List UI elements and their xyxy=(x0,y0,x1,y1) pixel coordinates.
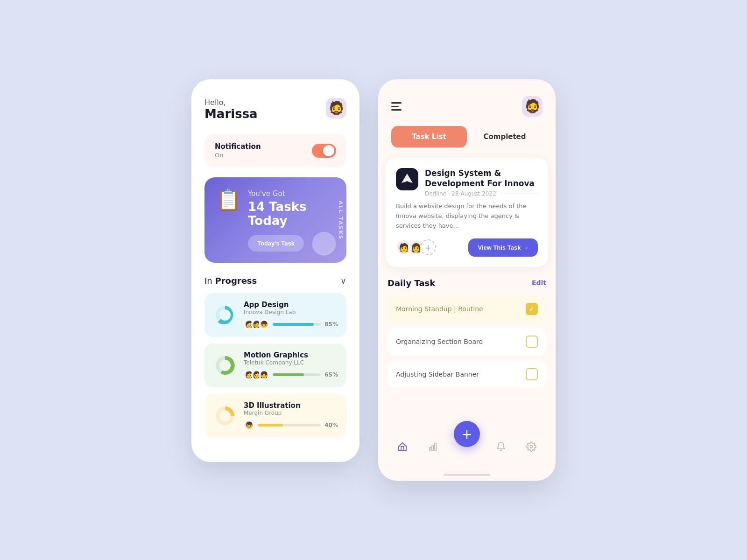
notif-info: Notification On xyxy=(215,142,261,159)
avatar-group-3d: 👦 xyxy=(244,420,254,430)
section-title: In Progress xyxy=(204,276,257,286)
progress-bar-container-motion xyxy=(273,373,321,376)
in-progress-header: In Progress ∨ xyxy=(204,276,346,286)
svg-rect-9 xyxy=(432,445,434,450)
left-header: Hello, Marissa 🧔 xyxy=(204,98,346,121)
view-task-button[interactable]: View This Task → xyxy=(468,238,538,257)
task-checkbox-3[interactable] xyxy=(526,368,538,380)
feature-title: Design System & Development For Innova xyxy=(425,168,538,189)
nav-home-icon[interactable] xyxy=(394,438,411,458)
notif-status: On xyxy=(215,152,261,159)
banner-decoration: ⬤ xyxy=(311,230,337,253)
daily-task-item-3[interactable]: Adjusting Sidebar Banner xyxy=(388,361,546,388)
screen-container: Hello, Marissa 🧔 Notification On 📋 You'v… xyxy=(173,61,574,499)
tasks-banner-subtitle: You've Got xyxy=(248,189,335,198)
member-avatars: 🧑 👩 + xyxy=(396,239,436,255)
greeting-text: Hello, xyxy=(204,98,258,107)
mini-avatar: 👦 xyxy=(259,319,269,329)
progress-info-3d: 3D Illustration Mergin Group 👦 40% xyxy=(244,401,338,430)
daily-task-text-3: Adjusting Sidebar Banner xyxy=(396,371,479,378)
progress-title-3d: 3D Illustration xyxy=(244,401,338,410)
notification-card: Notification On xyxy=(204,134,346,167)
edit-button[interactable]: Edit xyxy=(532,279,546,287)
svg-point-1 xyxy=(219,309,231,321)
daily-task-item-2[interactable]: Organaizing Section Board xyxy=(388,328,546,355)
avatar-emoji: 🧔 xyxy=(328,102,345,115)
feature-logo-icon xyxy=(401,173,414,186)
svg-rect-10 xyxy=(434,443,436,451)
pie-chart-3d xyxy=(213,404,237,428)
feature-card-header: Design System & Development For Innova D… xyxy=(396,168,538,197)
avatar[interactable]: 🧔 xyxy=(326,98,346,119)
daily-task-text-2: Organaizing Section Board xyxy=(396,338,483,345)
svg-point-5 xyxy=(219,410,231,421)
nav-chart-icon[interactable] xyxy=(424,438,442,458)
progress-title: App Design xyxy=(244,301,338,309)
feature-deadline: Dedline · 28 August 2022 xyxy=(425,190,538,197)
svg-point-11 xyxy=(530,445,533,448)
pie-chart-app-design xyxy=(213,303,237,327)
right-avatar-emoji: 🧔 xyxy=(524,100,541,113)
fab-add-button[interactable]: + xyxy=(454,421,480,447)
progress-bar-fill-3d xyxy=(258,424,283,427)
feature-footer: 🧑 👩 + View This Task → xyxy=(396,238,538,257)
home-indicator xyxy=(444,474,490,476)
left-phone: Hello, Marissa 🧔 Notification On 📋 You'v… xyxy=(191,79,359,462)
avatar-group-motion: 🧑 👩 👧 xyxy=(244,370,269,380)
hamburger-icon[interactable] xyxy=(391,102,402,111)
today-task-button[interactable]: Today's Task xyxy=(248,235,304,252)
progress-percent-motion: 65% xyxy=(324,371,338,378)
progress-company: Innova Design Lab xyxy=(244,309,338,315)
progress-bar-container xyxy=(273,323,321,326)
bottom-nav: + xyxy=(378,430,556,471)
progress-info-app-design: App Design Innova Design Lab 🧑 👩 👦 85% xyxy=(244,301,338,329)
add-member-button[interactable]: + xyxy=(420,239,436,255)
greeting-name: Marissa xyxy=(204,107,258,121)
chevron-down-icon[interactable]: ∨ xyxy=(340,276,346,286)
progress-bottom: 🧑 👩 👦 85% xyxy=(244,319,338,329)
tab-task-list[interactable]: Task List xyxy=(391,126,467,147)
tasks-banner-count: 14 Tasks Today xyxy=(248,200,335,228)
progress-info-motion: Motion Graphics Teletuk Company LLC 🧑 👩 … xyxy=(244,351,338,380)
nav-bell-icon[interactable] xyxy=(492,438,510,458)
progress-bottom-motion: 🧑 👩 👧 65% xyxy=(244,370,338,380)
progress-title-motion: Motion Graphics xyxy=(244,351,338,359)
right-phone: 🧔 Task List Completed Design System & De… xyxy=(378,79,556,481)
progress-bar-fill-motion xyxy=(273,373,304,376)
right-avatar[interactable]: 🧔 xyxy=(522,96,543,117)
feature-card: Design System & Development For Innova D… xyxy=(386,158,548,267)
feature-logo xyxy=(396,168,418,190)
avatar-group: 🧑 👩 👦 xyxy=(244,319,269,329)
pie-chart-motion xyxy=(213,353,237,378)
progress-card-motion: Motion Graphics Teletuk Company LLC 🧑 👩 … xyxy=(204,343,346,387)
daily-task-item-1[interactable]: Morning Standup | Routine xyxy=(388,295,546,322)
svg-rect-8 xyxy=(429,448,431,450)
task-checkbox-2[interactable] xyxy=(526,336,538,348)
tab-bar: Task List Completed xyxy=(378,126,556,147)
tab-completed[interactable]: Completed xyxy=(467,126,543,147)
progress-percent-3d: 40% xyxy=(324,422,338,428)
greeting-block: Hello, Marissa xyxy=(204,98,258,121)
all-tasks-label: ALL TASKS xyxy=(338,201,344,240)
daily-task-header: Daily Task Edit xyxy=(388,278,546,288)
tasks-banner-icon: 📋 xyxy=(216,188,241,212)
progress-bar-fill xyxy=(273,323,314,326)
progress-bottom-3d: 👦 40% xyxy=(244,420,338,430)
nav-settings-icon[interactable] xyxy=(522,438,540,458)
mini-avatar: 👧 xyxy=(259,370,269,380)
right-header: 🧔 xyxy=(378,79,556,126)
progress-company-motion: Teletuk Company LLC xyxy=(244,359,338,366)
notif-label: Notification xyxy=(215,142,261,151)
task-checkbox-1[interactable] xyxy=(526,303,538,315)
progress-card-app-design: App Design Innova Design Lab 🧑 👩 👦 85% xyxy=(204,293,346,337)
daily-task-text-1: Morning Standup | Routine xyxy=(396,305,483,313)
progress-bar-container-3d xyxy=(258,424,321,427)
svg-point-3 xyxy=(219,360,231,371)
notification-toggle[interactable] xyxy=(312,144,336,158)
feature-title-block: Design System & Development For Innova D… xyxy=(425,168,538,197)
daily-title: Daily Task xyxy=(388,278,435,288)
progress-card-3d: 3D Illustration Mergin Group 👦 40% xyxy=(204,394,346,438)
progress-company-3d: Mergin Group xyxy=(244,410,338,416)
mini-avatar: 👦 xyxy=(244,420,254,430)
progress-percent: 85% xyxy=(324,321,338,328)
